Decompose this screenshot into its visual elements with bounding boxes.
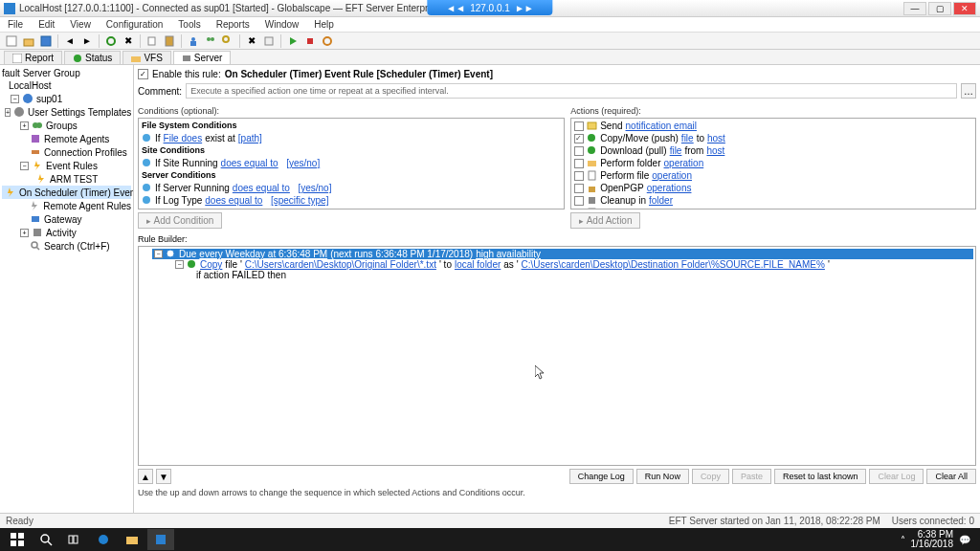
maximize-button[interactable]: ▢ bbox=[928, 2, 951, 15]
tool-paste[interactable] bbox=[162, 33, 177, 49]
tool-start[interactable] bbox=[285, 33, 301, 49]
copy-button[interactable]: Copy bbox=[692, 469, 729, 484]
tree-root[interactable]: fault Server Group bbox=[2, 67, 131, 79]
tree-on-scheduler[interactable]: On Scheduler (Timer) Event Rule bbox=[2, 186, 131, 199]
menu-window[interactable]: Window bbox=[261, 19, 303, 30]
tree-gateway[interactable]: Gateway bbox=[2, 212, 131, 226]
action-perform-folder[interactable]: Perform folder operation bbox=[572, 157, 974, 169]
add-action-button[interactable]: ▸ Add Action bbox=[570, 212, 640, 229]
clear-log-button[interactable]: Clear Log bbox=[869, 469, 924, 484]
action-download[interactable]: Download (pull) file from host bbox=[572, 144, 974, 157]
tool-copy[interactable] bbox=[145, 33, 160, 49]
collapse-icon[interactable]: − bbox=[175, 260, 184, 269]
sidebar-tree[interactable]: fault Server Group LocalHost −sup01 +Use… bbox=[0, 65, 134, 524]
clear-all-button[interactable]: Clear All bbox=[926, 469, 976, 484]
action-cleanup[interactable]: Cleanup in folder bbox=[572, 194, 974, 207]
tree-groups[interactable]: +Groups bbox=[2, 119, 131, 132]
menu-view[interactable]: View bbox=[66, 19, 95, 30]
tree-event-rules[interactable]: −Event Rules bbox=[2, 159, 131, 172]
cond-site-running[interactable]: If Site Running does equal to [yes/no] bbox=[140, 157, 563, 169]
comment-input[interactable] bbox=[186, 83, 957, 99]
cond-server-running[interactable]: If Server Running does equal to [yes/no] bbox=[140, 182, 563, 194]
rb-schedule-line[interactable]: − Due every Weekday at 6:36:48 PM (next … bbox=[152, 249, 973, 259]
tab-report[interactable]: Report bbox=[4, 51, 62, 64]
tree-toggle-icon[interactable]: + bbox=[5, 108, 11, 117]
tree-localhost[interactable]: LocalHost bbox=[2, 79, 131, 92]
tool-refresh[interactable] bbox=[103, 33, 119, 49]
tool-delete[interactable]: ✖ bbox=[244, 33, 259, 49]
tree-sup01[interactable]: −sup01 bbox=[2, 92, 131, 105]
action-send-email[interactable]: Send notification email bbox=[572, 120, 974, 132]
rb-copy-line[interactable]: − Copy file 'C:\Users\carden\Desktop\Ori… bbox=[173, 259, 973, 270]
tool-key[interactable] bbox=[220, 33, 235, 49]
tree-search[interactable]: Search (Ctrl+F) bbox=[2, 239, 131, 253]
checkbox[interactable] bbox=[574, 196, 584, 206]
task-explorer[interactable] bbox=[119, 529, 145, 550]
tree-arm-test[interactable]: ARM TEST bbox=[2, 172, 131, 186]
tab-status[interactable]: Status bbox=[64, 51, 121, 64]
task-view[interactable] bbox=[61, 529, 88, 550]
menu-help[interactable]: Help bbox=[310, 19, 338, 30]
menu-file[interactable]: File bbox=[4, 19, 27, 30]
enable-rule-checkbox[interactable]: ✓ bbox=[138, 69, 148, 79]
action-copy-move[interactable]: Copy/Move (push) file to host bbox=[572, 132, 974, 144]
tree-toggle-icon[interactable]: + bbox=[20, 229, 29, 237]
change-log-button[interactable]: Change Log bbox=[569, 469, 634, 484]
tray-up-icon[interactable]: ˄ bbox=[901, 535, 905, 545]
tool-restart[interactable] bbox=[320, 33, 335, 49]
menu-tools[interactable]: Tools bbox=[174, 19, 204, 30]
tool-save[interactable] bbox=[38, 33, 54, 49]
tree-toggle-icon[interactable]: − bbox=[20, 162, 29, 170]
nav-next-icon[interactable]: ►► bbox=[515, 3, 534, 13]
tool-back[interactable]: ◄ bbox=[62, 33, 78, 49]
cond-file-exist[interactable]: If File does exist at [path] bbox=[140, 132, 563, 144]
move-down-button[interactable]: ▼ bbox=[156, 469, 171, 484]
conditions-list[interactable]: File System Conditions If File does exis… bbox=[138, 118, 565, 209]
checkbox[interactable] bbox=[574, 171, 584, 181]
start-button[interactable] bbox=[4, 529, 31, 550]
tool-forward[interactable]: ► bbox=[79, 33, 95, 49]
task-eft[interactable] bbox=[147, 529, 174, 550]
rb-if-failed-line[interactable]: if action FAILED then bbox=[194, 270, 973, 280]
tool-stop2[interactable] bbox=[302, 33, 318, 49]
tree-remote-agent-rules[interactable]: Remote Agent Rules bbox=[2, 199, 131, 212]
task-ie[interactable] bbox=[90, 529, 117, 550]
minimize-button[interactable]: — bbox=[903, 2, 926, 15]
checkbox[interactable] bbox=[574, 134, 584, 143]
tool-group[interactable] bbox=[203, 33, 218, 49]
nav-prev-icon[interactable]: ◄◄ bbox=[446, 3, 465, 13]
tree-toggle-icon[interactable]: + bbox=[20, 121, 29, 130]
tab-server[interactable]: Server bbox=[173, 51, 231, 64]
add-condition-button[interactable]: ▸ Add Condition bbox=[138, 212, 222, 229]
tree-connection-profiles[interactable]: Connection Profiles bbox=[2, 145, 131, 159]
checkbox[interactable] bbox=[574, 209, 584, 210]
actions-list[interactable]: Send notification email Copy/Move (push)… bbox=[570, 118, 976, 209]
paste-button[interactable]: Paste bbox=[732, 469, 771, 484]
tree-user-settings[interactable]: +User Settings Templates bbox=[2, 105, 131, 119]
comment-expand-button[interactable]: … bbox=[961, 83, 976, 99]
run-now-button[interactable]: Run Now bbox=[636, 469, 689, 484]
cond-log-location[interactable]: If Log Location does match [path] bbox=[140, 207, 563, 209]
menu-edit[interactable]: Edit bbox=[34, 19, 58, 30]
rule-builder[interactable]: − Due every Weekday at 6:36:48 PM (next … bbox=[138, 246, 976, 466]
tree-remote-agents[interactable]: Remote Agents bbox=[2, 132, 131, 145]
close-button[interactable]: ✕ bbox=[953, 2, 976, 15]
move-up-button[interactable]: ▲ bbox=[138, 469, 153, 484]
checkbox[interactable] bbox=[574, 184, 584, 193]
tray-notification-icon[interactable]: 💬 bbox=[959, 535, 970, 545]
action-openpgp[interactable]: OpenPGP operations bbox=[572, 182, 974, 194]
tool-new[interactable] bbox=[4, 33, 19, 49]
tool-stop[interactable]: ✖ bbox=[121, 33, 136, 49]
action-perform-file[interactable]: Perform file operation bbox=[572, 169, 974, 182]
checkbox[interactable] bbox=[574, 121, 584, 131]
checkbox[interactable] bbox=[574, 146, 584, 156]
tab-vfs[interactable]: VFS bbox=[122, 51, 170, 64]
tree-activity[interactable]: +Activity bbox=[2, 226, 131, 239]
action-generate-report[interactable]: Generate Report bbox=[572, 207, 974, 209]
checkbox[interactable] bbox=[574, 159, 584, 168]
cond-log-type[interactable]: If Log Type does equal to [specific type… bbox=[140, 194, 563, 207]
tray-clock[interactable]: 6:38 PM 1/16/2018 bbox=[911, 530, 954, 549]
tool-props[interactable] bbox=[261, 33, 277, 49]
tree-toggle-icon[interactable]: − bbox=[11, 95, 19, 103]
reset-button[interactable]: Reset to last known bbox=[774, 469, 867, 484]
